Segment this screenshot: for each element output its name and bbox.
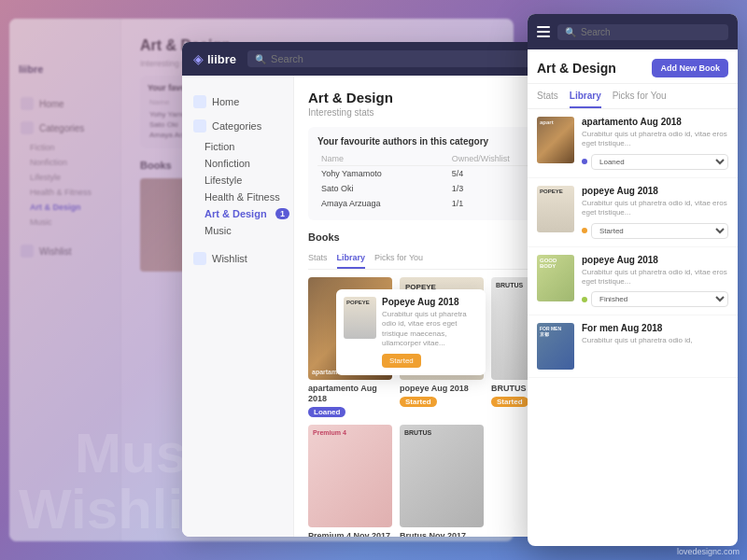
- right-book-thumb-popeye1: POPEYE: [537, 186, 574, 232]
- mid-sidebar-home[interactable]: Home: [182, 90, 293, 114]
- right-book-desc-popeye1: Curabitur quis ut pharetra odio id, vita…: [582, 199, 728, 218]
- mid-sidebar-fiction[interactable]: Fiction: [201, 138, 293, 155]
- status-dot-loaned: [582, 159, 587, 164]
- mid-tab-stats[interactable]: Stats: [308, 250, 328, 269]
- status-select-popeye2[interactable]: Loaned Started Finished: [591, 291, 728, 307]
- right-books-list: apart apartamento Aug 2018 Curabitur qui…: [528, 109, 738, 535]
- book-title-popeye: popeye Aug 2018: [400, 384, 484, 394]
- right-book-info-apartamento: apartamento Aug 2018 Curabitur quis ut p…: [582, 117, 728, 170]
- right-page-header: Art & Design Add New Book: [528, 49, 738, 84]
- right-book-desc-popeye2: Curabitur quis ut pharetra odio id, vita…: [582, 268, 728, 287]
- right-book-status-popeye2: Loaned Started Finished: [582, 291, 728, 307]
- mid-tab-library[interactable]: Library: [337, 250, 366, 269]
- right-book-title-apartamento: apartamento Aug 2018: [582, 117, 728, 128]
- book-thumb-brutus2: BRUTUS: [400, 425, 484, 527]
- right-book-title-popeye2: popeye Aug 2018: [582, 255, 728, 266]
- popup-title: Popeye Aug 2018: [382, 297, 478, 307]
- mid-tab-picks[interactable]: Picks for You: [374, 250, 423, 269]
- right-page-title: Art & Design: [537, 61, 616, 76]
- right-book-thumb-apartamento: apart: [537, 117, 574, 163]
- status-dot-finished: [582, 297, 587, 302]
- status-select-popeye1[interactable]: Loaned Started Finished: [591, 223, 728, 239]
- right-book-item-apartamento: apart apartamento Aug 2018 Curabitur qui…: [528, 109, 738, 178]
- popup-info: Popeye Aug 2018 Curabitur quis ut pharet…: [382, 297, 478, 368]
- status-select-apartamento[interactable]: Loaned Started Finished: [591, 154, 728, 170]
- right-topbar: 🔍: [528, 14, 738, 49]
- right-book-title-popeye1: popeye Aug 2018: [582, 186, 728, 197]
- right-search-input[interactable]: [581, 27, 721, 37]
- book-title-apartamento: apartamento Aug 2018: [308, 384, 392, 404]
- watermark: lovedesignc.com: [677, 547, 740, 556]
- book-title-premium4: Premium 4 Nov 2017: [308, 531, 392, 537]
- book-card-brutus2: BRUTUS Brutus Nov 2017 Finished: [400, 425, 484, 537]
- mid-sidebar: Home Categories Fiction Nonfiction Lifes…: [182, 76, 294, 537]
- book-status-apartamento: Loaned: [308, 407, 345, 417]
- mid-logo: liibre: [207, 52, 236, 66]
- right-book-item-formen: FOR MEN京都 For men Aug 2018 Curabitur qui…: [528, 315, 738, 378]
- detail-popup: POPEYE Popeye Aug 2018 Curabitur quis ut…: [336, 289, 486, 375]
- book-thumb-premium4: Premium 4: [308, 425, 392, 527]
- right-book-item-popeye1: POPEYE popeye Aug 2018 Curabitur quis ut…: [528, 178, 738, 247]
- popup-started-button[interactable]: Started: [382, 354, 421, 368]
- right-book-status-apartamento: Loaned Started Finished: [582, 154, 728, 170]
- right-book-title-formen: For men Aug 2018: [582, 323, 728, 334]
- bg-logo: liibre: [19, 63, 43, 75]
- bg-wishlist: Wishlist: [9, 239, 120, 263]
- bg-categories: Categories: [9, 116, 120, 140]
- book-card-premium4: Premium 4 Premium 4 Nov 2017 Loaned: [308, 425, 392, 537]
- add-new-book-button[interactable]: Add New Book: [652, 59, 728, 77]
- right-book-item-popeye2: GOOD BODY popeye Aug 2018 Curabitur quis…: [528, 247, 738, 316]
- right-book-info-popeye2: popeye Aug 2018 Curabitur quis ut pharet…: [582, 255, 728, 308]
- book-status-brutus: Started: [491, 397, 529, 407]
- hamburger-icon[interactable]: [537, 26, 550, 37]
- mid-sidebar-music[interactable]: Music: [201, 222, 293, 239]
- right-search-box[interactable]: 🔍: [557, 24, 728, 40]
- mid-sidebar-lifestyle[interactable]: Lifestyle: [201, 172, 293, 189]
- right-window: 🔍 Art & Design Add New Book Stats Librar…: [528, 14, 738, 546]
- book-title-brutus2: Brutus Nov 2017: [400, 531, 484, 537]
- right-book-info-formen: For men Aug 2018 Curabitur quis ut phare…: [582, 323, 728, 345]
- right-book-thumb-popeye2: GOOD BODY: [537, 255, 574, 301]
- right-tab-stats[interactable]: Stats: [537, 84, 558, 108]
- right-book-thumb-formen: FOR MEN京都: [537, 323, 574, 370]
- mid-sidebar-wishlist[interactable]: Wishlist: [182, 246, 293, 271]
- mid-sidebar-categories[interactable]: Categories: [182, 114, 293, 138]
- right-tab-library[interactable]: Library: [570, 84, 601, 108]
- right-book-info-popeye1: popeye Aug 2018 Curabitur quis ut pharet…: [582, 186, 728, 239]
- right-tabs: Stats Library Picks for You: [528, 84, 738, 109]
- right-book-status-popeye1: Loaned Started Finished: [582, 223, 728, 239]
- right-book-desc-apartamento: Curabitur quis ut pharetra odio id, vita…: [582, 130, 728, 149]
- right-tab-picks[interactable]: Picks for You: [613, 84, 667, 108]
- popup-description: Curabitur quis ut pharetra odio id, vita…: [382, 310, 478, 349]
- book-status-popeye: Started: [400, 397, 437, 407]
- mid-sidebar-artdesign[interactable]: Art & Design 1: [201, 205, 293, 222]
- right-book-desc-formen: Curabitur quis ut pharetra odio id,: [582, 336, 728, 345]
- mid-sidebar-nonfiction[interactable]: Nonfiction: [201, 155, 293, 172]
- bg-home: Home: [9, 91, 120, 116]
- status-dot-started1: [582, 228, 587, 233]
- col-name: Name: [317, 152, 448, 166]
- mid-sidebar-health[interactable]: Health & Fitness: [201, 189, 293, 205]
